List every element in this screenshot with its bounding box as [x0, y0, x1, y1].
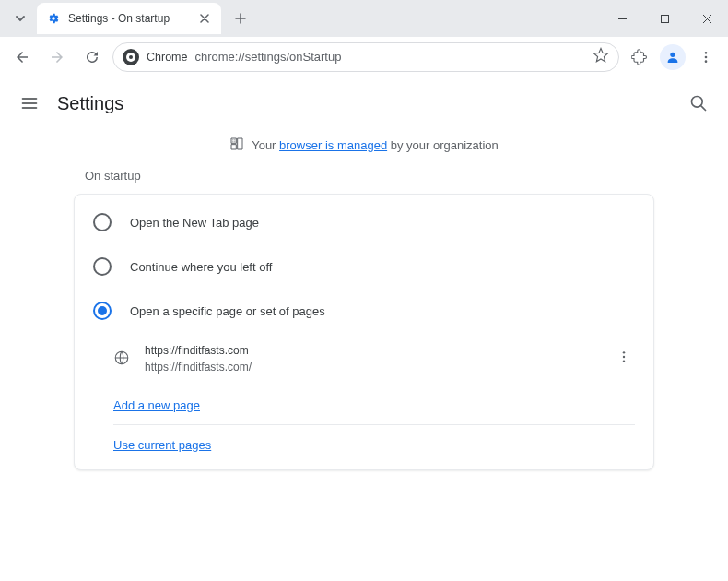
- svg-rect-8: [233, 139, 234, 140]
- radio-icon: [93, 213, 112, 231]
- browser-menu-button[interactable]: [691, 42, 721, 72]
- bookmark-icon[interactable]: [593, 47, 609, 67]
- close-icon[interactable]: [197, 11, 212, 26]
- svg-point-2: [129, 55, 133, 59]
- settings-content: On startup Open the New Tab page Continu…: [0, 169, 728, 470]
- tab-title: Settings - On startup: [68, 12, 190, 25]
- radio-label: Continue where you left off: [130, 260, 272, 274]
- hamburger-menu-button[interactable]: [17, 90, 42, 116]
- minimize-button[interactable]: [601, 0, 643, 37]
- browser-tab[interactable]: Settings - On startup: [37, 3, 221, 34]
- back-button[interactable]: [7, 42, 37, 72]
- svg-rect-11: [235, 141, 236, 142]
- window-controls: [601, 0, 728, 37]
- settings-header: Settings: [0, 77, 728, 129]
- svg-point-14: [623, 356, 625, 358]
- radio-new-tab[interactable]: Open the New Tab page: [75, 200, 653, 244]
- tab-strip: Settings - On startup: [0, 0, 254, 37]
- svg-point-15: [623, 360, 625, 362]
- radio-icon-selected: [93, 302, 112, 320]
- search-button[interactable]: [686, 90, 711, 116]
- domain-icon: [229, 136, 244, 154]
- profile-button[interactable]: [660, 44, 686, 70]
- svg-rect-0: [661, 15, 668, 22]
- radio-specific-pages[interactable]: Open a specific page or set of pages: [75, 289, 653, 333]
- startup-card: Open the New Tab page Continue where you…: [74, 194, 654, 470]
- browser-toolbar: Chrome chrome://settings/onStartup: [0, 37, 728, 77]
- svg-rect-9: [235, 139, 236, 140]
- svg-rect-10: [233, 141, 234, 142]
- page-title: Settings: [57, 93, 123, 114]
- page-url: https://finditfasts.com/: [145, 359, 604, 375]
- radio-continue[interactable]: Continue where you left off: [75, 244, 653, 289]
- svg-point-3: [670, 52, 675, 56]
- page-more-button[interactable]: [616, 350, 635, 368]
- window-titlebar: Settings - On startup: [0, 0, 728, 37]
- gear-icon: [46, 11, 61, 26]
- globe-icon: [113, 350, 132, 368]
- managed-banner: Your browser is managed by your organiza…: [0, 129, 728, 169]
- maximize-button[interactable]: [643, 0, 686, 37]
- managed-link[interactable]: browser is managed: [279, 138, 387, 152]
- svg-point-13: [623, 351, 625, 353]
- svg-point-5: [705, 55, 708, 58]
- use-current-row: Use current pages: [113, 425, 635, 464]
- chrome-icon: [123, 49, 139, 65]
- forward-button[interactable]: [42, 42, 72, 72]
- page-info: https://finditfasts.com https://finditfa…: [145, 342, 604, 375]
- add-page-row: Add a new page: [113, 385, 635, 425]
- close-window-button[interactable]: [686, 0, 728, 37]
- radio-icon: [93, 257, 112, 276]
- section-label: On startup: [74, 169, 654, 183]
- page-title: https://finditfasts.com: [145, 342, 604, 359]
- extensions-button[interactable]: [625, 42, 654, 72]
- startup-pages-list: https://finditfasts.com https://finditfa…: [113, 333, 635, 464]
- new-tab-button[interactable]: [227, 5, 254, 32]
- reload-button[interactable]: [77, 42, 107, 72]
- svg-point-4: [705, 52, 708, 54]
- address-bar[interactable]: Chrome chrome://settings/onStartup: [112, 42, 619, 72]
- svg-point-6: [705, 60, 708, 63]
- omnibox-chip: Chrome: [147, 51, 187, 64]
- radio-label: Open a specific page or set of pages: [130, 304, 325, 318]
- radio-label: Open the New Tab page: [130, 216, 259, 230]
- managed-text: Your browser is managed by your organiza…: [252, 138, 499, 152]
- add-page-link[interactable]: Add a new page: [113, 398, 200, 412]
- startup-page-row: https://finditfasts.com https://finditfa…: [113, 333, 635, 385]
- omnibox-url: chrome://settings/onStartup: [194, 50, 585, 64]
- tab-search-button[interactable]: [7, 6, 33, 31]
- use-current-link[interactable]: Use current pages: [113, 438, 211, 452]
